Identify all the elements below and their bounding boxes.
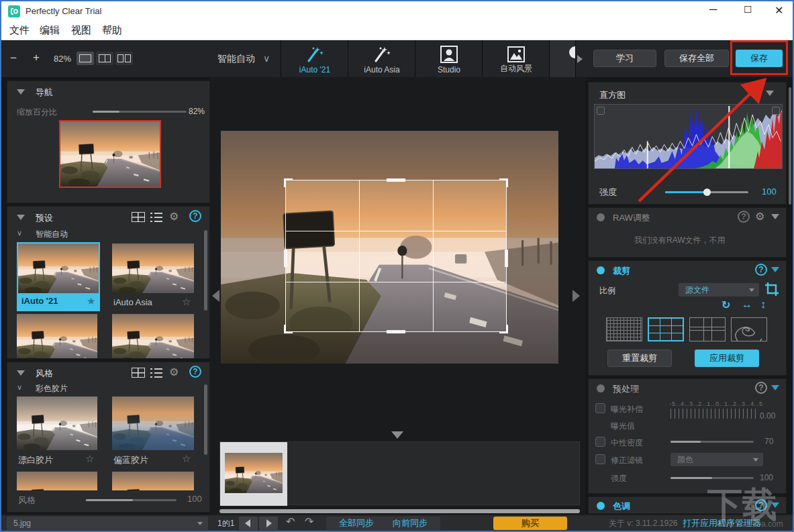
nd-checkbox[interactable] [595, 437, 605, 447]
prev-image-button[interactable] [239, 517, 258, 530]
presets-scrollbar[interactable] [204, 230, 207, 311]
help-icon[interactable]: ? [755, 382, 767, 394]
favorite-star-icon[interactable]: ☆ [182, 453, 191, 465]
pan-left-icon[interactable] [212, 290, 219, 302]
grid-spiral-option[interactable] [731, 317, 767, 341]
preset-item-partial[interactable] [17, 314, 97, 358]
maximize-button[interactable]: ☐ [744, 4, 752, 15]
list-view-icon[interactable] [150, 213, 162, 222]
crop-box[interactable] [285, 180, 507, 332]
crop-tool-icon[interactable] [764, 282, 779, 297]
auto-mode-label[interactable]: 智能自动 [217, 53, 255, 65]
crop-handle-nw[interactable] [284, 178, 293, 187]
favorite-star-icon[interactable]: ☆ [85, 453, 94, 465]
grid-view-icon[interactable] [132, 212, 145, 222]
right-panel-scrollbar[interactable] [789, 87, 791, 205]
collapse-icon[interactable] [771, 267, 779, 272]
lens-checkbox[interactable] [595, 454, 605, 464]
file-dropdown[interactable]: 5.jpg [7, 517, 208, 530]
filmstrip-scrollbar[interactable] [219, 509, 580, 513]
pan-right-icon[interactable] [573, 290, 580, 302]
view-sidebyside-button[interactable] [115, 52, 133, 65]
menu-edit[interactable]: 编辑 [40, 24, 60, 37]
crop-handle-n[interactable] [387, 178, 405, 182]
collapse-icon[interactable] [771, 502, 779, 508]
grid-view-icon[interactable] [132, 368, 145, 378]
lens-dropdown[interactable]: 颜色 [671, 453, 763, 466]
list-view-icon[interactable] [150, 368, 162, 378]
crop-handle-s[interactable] [387, 330, 405, 333]
style-item-partial[interactable] [17, 472, 97, 490]
crop-handle-sw[interactable] [284, 325, 293, 333]
grid-golden-option[interactable] [689, 317, 726, 341]
style-strength-slider[interactable] [86, 499, 177, 501]
group-collapse-icon[interactable]: ∨ [17, 229, 22, 237]
reset-crop-button[interactable]: 重置裁剪 [607, 350, 672, 367]
tab-studio[interactable]: Studio [415, 40, 483, 77]
zoom-out-button[interactable]: − [10, 52, 17, 65]
collapse-icon[interactable] [17, 89, 25, 95]
style-item-blue[interactable]: 偏蓝胶片 ☆ [112, 396, 194, 468]
open-app-manager-link[interactable]: 打开应用程序管理器 [683, 517, 761, 529]
auto-mode-chevron-icon[interactable]: ∨ [263, 53, 270, 64]
nd-slider[interactable] [671, 441, 754, 443]
filmstrip-thumbnail-selected[interactable] [220, 442, 287, 506]
redo-button[interactable]: ↷ [305, 515, 313, 528]
tab-iauto21[interactable]: iAuto '21 [281, 40, 348, 77]
favorite-star-icon[interactable]: ☆ [182, 296, 191, 308]
preset-item-partial[interactable] [112, 314, 194, 358]
preset-item-iauto-asia[interactable]: iAuto Asia ☆ [112, 242, 194, 311]
collapse-icon[interactable] [17, 370, 25, 376]
collapse-icon[interactable] [17, 215, 25, 220]
preset-item-iauto21[interactable]: iAuto '21 ★ [17, 242, 100, 311]
tab-auto-landscape[interactable]: 自动风景 [483, 40, 550, 77]
filmstrip-collapse-icon[interactable] [391, 431, 403, 439]
view-single-button[interactable] [77, 52, 94, 65]
styles-scrollbar[interactable] [204, 384, 207, 455]
help-icon[interactable]: ? [189, 210, 201, 222]
crop-handle-ne[interactable] [499, 178, 508, 187]
sync-forward-button[interactable]: 向前同步 [380, 517, 440, 530]
close-button[interactable]: ✕ [775, 4, 783, 17]
buy-button[interactable]: 购买 [493, 517, 567, 530]
exposure-checkbox[interactable] [595, 403, 605, 413]
view-split-button[interactable] [96, 52, 113, 65]
gear-icon[interactable]: ⚙ [169, 367, 179, 378]
sync-all-button[interactable]: 全部同步 [326, 517, 387, 530]
crop-handle-e[interactable] [505, 250, 508, 267]
help-icon[interactable]: ? [755, 264, 767, 276]
tab-partial[interactable] [550, 40, 575, 77]
favorite-star-icon[interactable]: ★ [87, 295, 95, 307]
collapse-icon[interactable] [766, 91, 774, 96]
tab-iauto-asia[interactable]: iAuto Asia [348, 40, 415, 77]
highlight-clipping-toggle[interactable] [772, 107, 780, 115]
help-icon[interactable]: ? [738, 211, 750, 223]
help-icon[interactable]: ? [755, 499, 767, 511]
tabs-scroll-right-icon[interactable] [577, 55, 583, 63]
undo-button[interactable]: ↶ [286, 515, 295, 528]
zoom-in-button[interactable]: + [33, 51, 40, 64]
grid-fine-option[interactable] [606, 317, 642, 341]
flip-vertical-icon[interactable]: ↕ [760, 299, 766, 311]
rotate-icon[interactable]: ↻ [722, 299, 730, 311]
menu-view[interactable]: 视图 [71, 24, 91, 37]
next-image-button[interactable] [259, 517, 278, 530]
strength-slider[interactable] [665, 191, 748, 193]
ratio-dropdown[interactable]: 源文件 [679, 283, 759, 297]
collapse-icon[interactable] [771, 385, 779, 390]
style-item-bleach[interactable]: 漂白胶片 ☆ [17, 396, 97, 468]
gear-icon[interactable]: ⚙ [169, 211, 179, 222]
help-icon[interactable]: ? [189, 366, 201, 378]
menu-file[interactable]: 文件 [9, 24, 30, 37]
group-collapse-icon[interactable]: ∨ [17, 383, 22, 392]
learn-button[interactable]: 学习 [593, 50, 656, 67]
zoom-slider[interactable] [93, 111, 187, 113]
save-all-button[interactable]: 保存全部 [664, 50, 729, 67]
style-item-partial[interactable] [112, 472, 194, 490]
gear-icon[interactable]: ⚙ [755, 211, 764, 222]
navigator-thumbnail[interactable] [59, 120, 161, 188]
main-photo[interactable] [221, 131, 558, 364]
flip-horizontal-icon[interactable]: ↔ [742, 299, 752, 311]
pp-strength-slider[interactable] [671, 477, 754, 479]
apply-crop-button[interactable]: 应用裁剪 [695, 350, 759, 367]
